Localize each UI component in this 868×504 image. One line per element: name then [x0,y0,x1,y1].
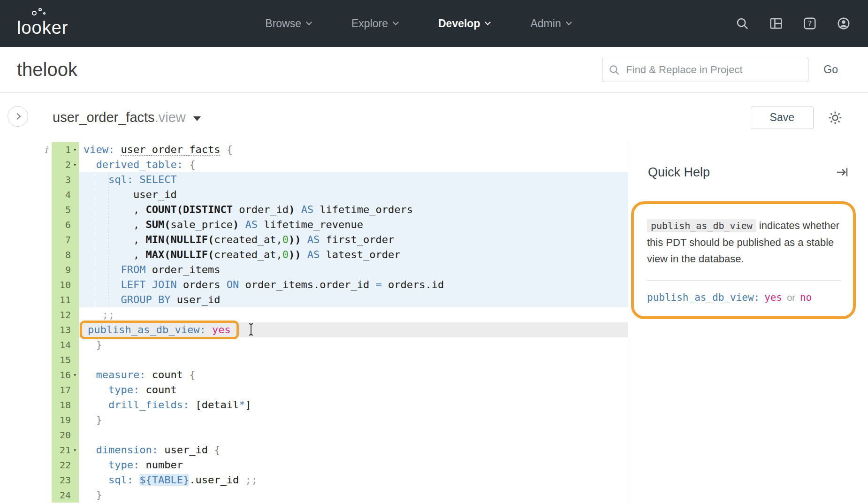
code-content[interactable]: sql: SELECT [79,172,628,187]
code-content[interactable]: } [79,412,628,428]
line-gutter: 15 [52,352,79,367]
code-content[interactable]: FROM order_items [79,262,628,277]
code-content[interactable]: , MIN(NULLIF(created_at,0)) AS first_ord… [79,232,628,247]
code-content[interactable]: type: count [79,382,628,397]
help-icon[interactable]: ? [802,16,817,31]
dashboards-icon[interactable] [769,16,784,31]
info-icon[interactable]: i [40,142,52,157]
find-replace-input[interactable] [625,63,802,76]
syntax-value-no: no [800,292,812,303]
line-gutter: 23 [52,473,79,488]
line-number: 2 [65,157,71,172]
line-gutter: 1▾ [52,142,79,157]
syntax-key: publish_as_db_view: [647,292,760,303]
code-content[interactable]: measure: count { [79,367,628,382]
account-icon[interactable] [836,16,851,31]
line-number: 13 [60,322,71,337]
file-header: user_order_facts.view Save [40,93,868,142]
looker-logo-text: looker [17,15,69,40]
line-gutter: 13 [52,322,79,337]
svg-text:?: ? [808,19,812,28]
code-content[interactable]: } [79,488,628,503]
line-gutter: 11 [52,292,79,307]
nav-develop-label: Develop [438,17,480,30]
code-content[interactable]: publish_as_db_view: yes [79,322,628,337]
term-chip: publish_as_db_view [647,219,756,232]
nav-admin[interactable]: Admin [530,17,571,30]
info-gutter [40,157,52,172]
line-gutter: 17 [52,382,79,397]
line-number: 11 [60,292,71,307]
fold-toggle-icon[interactable]: ▾ [71,367,79,382]
line-gutter: 3 [52,172,79,187]
info-gutter [40,473,52,488]
code-content[interactable]: type: number [79,458,628,473]
looker-app: looker Browse Explore Develop Admin [0,0,868,504]
fold-toggle-icon[interactable]: ▾ [71,443,79,458]
left-rail [0,93,40,504]
line-number: 16 [60,367,71,382]
code-content[interactable]: , MAX(NULLIF(created_at,0)) AS latest_or… [79,247,628,262]
code-content[interactable]: drill_fields: [detail*] [79,397,628,412]
info-gutter [40,172,52,187]
save-button[interactable]: Save [751,107,814,129]
line-gutter: 6 [52,217,79,232]
code-line: 15 [40,352,628,367]
code-content[interactable]: GROUP BY user_id [79,292,628,307]
gear-icon[interactable] [828,110,843,125]
line-number: 9 [65,262,71,277]
code-content[interactable]: derived_table: { [79,157,628,172]
code-line: 5 , COUNT(DISTINCT order_id) AS lifetime… [40,202,628,217]
fold-toggle-icon[interactable]: ▾ [71,142,79,157]
collapse-panel-icon[interactable] [835,165,849,179]
line-gutter: 7 [52,232,79,247]
line-gutter: 21▾ [52,443,79,458]
code-content[interactable]: , SUM(sale_price) AS lifetime_revenue [79,217,628,232]
file-dropdown-caret-icon[interactable] [193,116,201,121]
code-line: 19 } [40,412,628,428]
code-line: 2▾ derived_table: { [40,157,628,172]
code-content[interactable]: user_id [79,187,628,202]
line-number: 23 [60,473,71,488]
code-content[interactable] [79,352,628,367]
line-number: 17 [60,382,71,397]
go-button[interactable]: Go [821,63,841,76]
info-gutter [40,352,52,367]
line-number: 8 [65,247,71,262]
fold-toggle-icon[interactable]: ▾ [71,157,79,172]
code-content[interactable]: sql: ${TABLE}.user_id ;; [79,473,628,488]
line-gutter: 14 [52,337,79,352]
nav-develop[interactable]: Develop [438,17,490,30]
callout-text: publish_as_db_view indicates whether thi… [647,217,841,267]
info-gutter [40,397,52,412]
code-editor[interactable]: i1▾view: user_order_facts {2▾ derived_ta… [40,142,628,504]
code-content[interactable] [79,428,628,443]
code-content[interactable]: LEFT JOIN orders ON order_items.order_id… [79,277,628,292]
nav-explore[interactable]: Explore [351,17,398,30]
info-gutter [40,217,52,232]
code-content[interactable]: view: user_order_facts { [79,142,628,157]
quick-help-panel: Quick Help publish_as_db_view indicates … [628,142,868,504]
file-title[interactable]: user_order_facts.view [53,110,201,125]
code-content[interactable]: } [79,337,628,352]
code-line: 16▾ measure: count { [40,367,628,382]
nav-browse[interactable]: Browse [265,17,311,30]
chevron-down-icon [393,19,399,25]
info-gutter [40,202,52,217]
looker-logo[interactable]: looker [17,7,120,40]
find-replace-bar: Go [602,58,851,82]
line-number: 5 [65,202,71,217]
code-content[interactable]: , COUNT(DISTINCT order_id) AS lifetime_o… [79,202,628,217]
line-gutter: 8 [52,247,79,262]
chevron-down-icon [306,19,312,25]
line-gutter: 5 [52,202,79,217]
info-gutter [40,428,52,443]
code-line: 22 type: number [40,458,628,473]
line-gutter: 4 [52,187,79,202]
nav-icons: ? [716,16,851,31]
code-line: 20 [40,428,628,443]
code-content[interactable]: dimension: user_id { [79,443,628,458]
search-icon[interactable] [735,16,750,31]
expand-panel-button[interactable] [8,106,28,127]
info-gutter [40,187,52,202]
